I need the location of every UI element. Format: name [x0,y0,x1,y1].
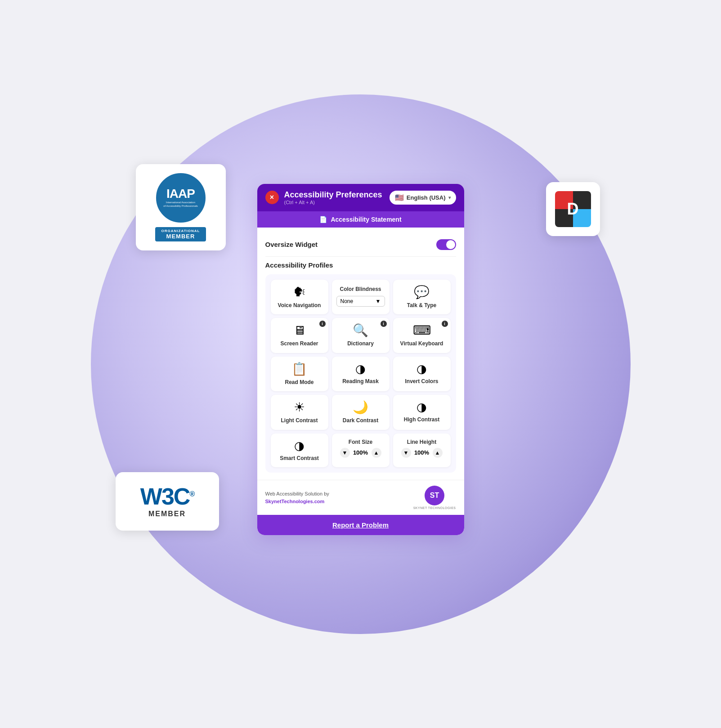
footer-link[interactable]: SkynetTechnologies.com [265,499,325,504]
iaap-badge-card: IAAP International Associationof Accessi… [136,164,226,250]
dark-contrast-label: Dark Contrast [343,417,378,424]
line-height-controls: ▼ 100% ▲ [401,448,443,458]
color-blindness-value: None [340,298,354,304]
invert-colors-label: Invert Colors [405,378,438,385]
footer-line1: Web Accessibility Solution by [265,491,329,496]
reading-mask-icon: ◑ [355,363,366,375]
font-size-label: Font Size [349,439,372,445]
st-logo-label: SKYNET TECHNOLOGIES [413,506,456,509]
panel-body: Oversize Widget Accessibility Profiles 🗣… [257,228,464,480]
iaap-org-label: ORGANIZATIONAL [161,229,200,233]
panel-footer: Web Accessibility Solution by SkynetTech… [257,480,464,515]
read-mode-label: Read Mode [285,379,313,386]
read-mode-icon: 📋 [291,363,307,375]
screen-reader-label: Screen Reader [280,340,318,348]
voice-navigation-label: Voice Navigation [278,302,321,309]
light-contrast-label: Light Contrast [281,417,318,424]
invert-colors-icon: ◑ [416,363,427,375]
light-contrast-icon: ☀ [294,401,305,414]
color-blindness-label: Color Blindness [340,286,381,292]
oversize-widget-label: Oversize Widget [265,241,318,248]
color-blindness-chevron: ▼ [376,298,381,304]
color-blindness-select[interactable]: None ▼ [336,296,385,307]
oversize-widget-row: Oversize Widget [265,235,456,257]
close-icon: × [270,193,274,201]
light-contrast-card[interactable]: ☀ Light Contrast [271,395,328,430]
line-height-label: Line Height [407,439,436,445]
line-height-value: 100% [413,449,431,456]
virtual-keyboard-icon: ⌨ [413,324,431,337]
header-left: × Accessibility Preferences (Ctrl + Alt … [265,190,382,205]
st-logo-circle: ST [425,486,444,505]
high-contrast-card[interactable]: ◑ High Contrast [393,395,451,430]
talk-and-type-card[interactable]: 💬 Talk & Type [393,280,451,315]
d-logo: D [555,191,591,227]
line-height-card: Line Height ▼ 100% ▲ [393,433,451,468]
color-blindness-card: Color Blindness None ▼ [332,280,390,315]
footer-logo: ST SKYNET TECHNOLOGIES [413,486,456,509]
iaap-subtitle: International Associationof Accessibilit… [163,201,198,208]
background-circle: IAAP International Associationof Accessi… [91,94,631,634]
virtual-keyboard-label: Virtual Keyboard [400,340,443,348]
flag-icon: 🇺🇸 [395,193,404,202]
virtual-keyboard-info: i [442,321,448,327]
dictionary-label: Dictionary [347,340,374,348]
smart-contrast-icon: ◑ [294,440,305,451]
accessibility-panel: × Accessibility Preferences (Ctrl + Alt … [257,184,464,536]
line-height-decrease[interactable]: ▼ [401,448,411,458]
virtual-keyboard-card[interactable]: i ⌨ Virtual Keyboard [393,318,451,353]
d-logo-letter: D [567,200,579,219]
iaap-title: IAAP [166,188,195,200]
oversize-widget-toggle[interactable] [436,239,456,250]
line-height-increase[interactable]: ▲ [433,448,443,458]
features-grid: i 🖥 Screen Reader i 🔍 Dictionary i ⌨ [271,318,451,430]
font-size-increase[interactable]: ▲ [372,448,381,458]
report-problem-button[interactable]: Report a Problem [257,515,464,535]
font-size-value: 100% [352,449,370,456]
footer-text: Web Accessibility Solution by SkynetTech… [265,490,329,505]
font-size-decrease[interactable]: ▼ [340,448,350,458]
panel-header: × Accessibility Preferences (Ctrl + Alt … [257,184,464,211]
accessibility-profiles-label: Accessibility Profiles [265,257,456,274]
font-size-controls: ▼ 100% ▲ [340,448,381,458]
voice-navigation-card[interactable]: 🗣 Voice Navigation [271,280,328,315]
screen-reader-card[interactable]: i 🖥 Screen Reader [271,318,328,353]
chevron-down-icon: ▾ [448,195,451,200]
dictionary-info: i [381,321,387,327]
read-mode-card[interactable]: 📋 Read Mode [271,357,328,392]
smart-contrast-label: Smart Contrast [280,455,319,462]
statement-label: Accessibility Statement [331,216,401,223]
language-selector[interactable]: 🇺🇸 English (USA) ▾ [390,191,456,205]
top-row: 🗣 Voice Navigation Color Blindness None … [271,280,451,315]
close-button[interactable]: × [265,191,279,204]
talk-and-type-label: Talk & Type [407,302,437,309]
reading-mask-card[interactable]: ◑ Reading Mask [332,357,390,392]
high-contrast-icon: ◑ [416,401,427,413]
smart-contrast-card[interactable]: ◑ Smart Contrast [271,433,328,468]
profiles-grid: 🗣 Voice Navigation Color Blindness None … [265,274,456,473]
iaap-member-label: MEMBER [161,233,200,240]
st-logo-letters: ST [430,491,439,500]
high-contrast-label: High Contrast [404,416,439,424]
screen-reader-icon: 🖥 [293,324,306,337]
w3c-logo: W3C® [140,485,194,508]
invert-colors-card[interactable]: ◑ Invert Colors [393,357,451,392]
panel-shortcut: (Ctrl + Alt + A) [284,200,382,205]
panel-title: Accessibility Preferences [284,190,382,200]
dictionary-card[interactable]: i 🔍 Dictionary [332,318,390,353]
accessibility-statement-bar[interactable]: 📄 Accessibility Statement [257,211,464,228]
voice-navigation-icon: 🗣 [293,286,306,299]
talk-and-type-icon: 💬 [414,286,430,299]
bottom-row: ◑ Smart Contrast Font Size ▼ 100% ▲ [271,433,451,468]
w3c-badge-card: W3C® MEMBER [116,472,219,531]
statement-icon: 📄 [319,216,327,223]
d-logo-card: D [546,182,600,236]
lang-label: English (USA) [407,194,446,201]
iaap-circle: IAAP International Associationof Accessi… [156,173,206,223]
header-title-block: Accessibility Preferences (Ctrl + Alt + … [284,190,382,205]
reading-mask-label: Reading Mask [342,378,379,385]
w3c-reg: ® [189,490,194,497]
dictionary-icon: 🔍 [353,324,368,337]
dark-contrast-icon: 🌙 [353,401,368,414]
dark-contrast-card[interactable]: 🌙 Dark Contrast [332,395,390,430]
